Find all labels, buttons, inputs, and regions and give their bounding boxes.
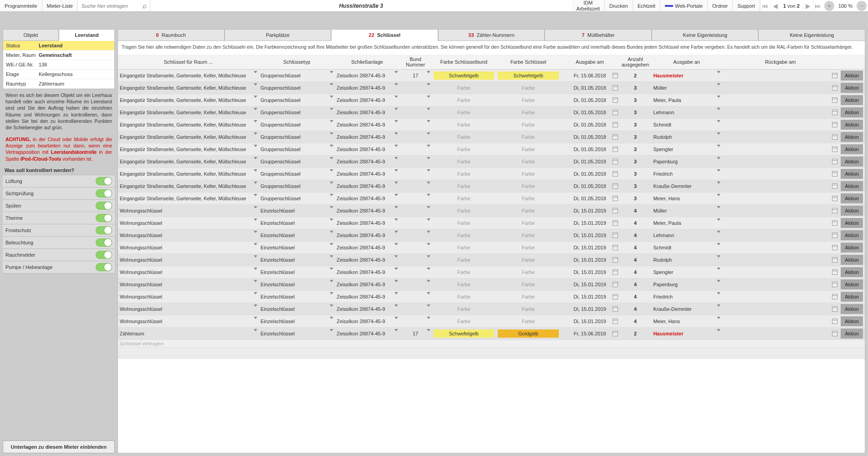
tab-raumbuch[interactable]: 0 Raumbuch [117, 29, 225, 41]
cell-farbebund[interactable]: Farbe [432, 266, 496, 279]
cell-room[interactable]: Wohnungsschlüssel [118, 303, 259, 315]
unterlagen-button[interactable]: Unterlagen zu diesem Mieter einblenden [3, 441, 115, 453]
aktion-button[interactable]: Aktion [841, 144, 863, 154]
calendar-icon[interactable] [832, 233, 837, 238]
dropdown-icon[interactable] [394, 83, 398, 86]
aktion-button[interactable]: Aktion [841, 83, 863, 93]
cell-ausgabe-am[interactable]: Di, 15.01.2019 [561, 229, 619, 242]
cell-rueckgabe[interactable] [722, 217, 839, 229]
dropdown-icon[interactable] [254, 280, 257, 282]
dropdown-icon[interactable] [330, 83, 333, 86]
cell-ausgabe-am[interactable]: Di, 01.05.2018 [561, 106, 619, 119]
cell-anlage[interactable]: ZeissIkon 28874-45-9 [335, 291, 399, 303]
tab-keine-eigenleistung[interactable]: Keine Eigenleistung [652, 29, 759, 41]
cell-farbebund[interactable]: Farbe [432, 242, 496, 254]
dropdown-icon[interactable] [254, 71, 257, 73]
cell-typ[interactable]: Einzelschlüssel [259, 217, 335, 229]
cell-rueckgabe[interactable] [722, 291, 839, 303]
cell-ausgabe-an[interactable]: Friedrich [651, 168, 721, 180]
cell-rueckgabe[interactable] [722, 315, 839, 328]
cell-ausgabe-an[interactable]: Krauße-Demmler [651, 303, 721, 315]
calendar-icon[interactable] [613, 110, 618, 115]
cell-farbeschluessel[interactable]: Farbe [496, 303, 561, 315]
dropdown-icon[interactable] [717, 83, 720, 86]
cell-farbebund[interactable]: Farbe [432, 143, 496, 156]
cell-farbebund[interactable]: Farbe [432, 119, 496, 131]
cell-anlage[interactable]: ZeissIkon 28874-45-9 [335, 328, 399, 340]
cell-room[interactable]: Wohnungsschlüssel [118, 217, 259, 229]
cell-bund[interactable] [399, 143, 432, 156]
cell-farbeschluessel[interactable]: Farbe [496, 131, 561, 143]
dropdown-icon[interactable] [330, 182, 333, 184]
dropdown-icon[interactable] [394, 255, 398, 258]
cell-anlage[interactable]: ZeissIkon 28874-45-9 [335, 82, 399, 94]
dropdown-icon[interactable] [254, 83, 257, 86]
cell-anzahl[interactable]: 2 [619, 328, 652, 340]
cell-ausgabe-an[interactable]: Spengler [651, 266, 721, 279]
cell-typ[interactable]: Einzelschlüssel [259, 242, 335, 254]
calendar-icon[interactable] [613, 171, 618, 177]
dropdown-icon[interactable] [427, 182, 430, 184]
dropdown-icon[interactable] [394, 157, 398, 159]
calendar-icon[interactable] [832, 294, 837, 299]
cell-ausgabe-an[interactable]: Lehmann [651, 229, 721, 242]
dropdown-icon[interactable] [394, 71, 398, 73]
dropdown-icon[interactable] [330, 145, 333, 147]
aktion-button[interactable]: Aktion [841, 107, 863, 117]
zoom-in-icon[interactable]: ＋ [824, 1, 834, 11]
calendar-icon[interactable] [613, 257, 618, 263]
dropdown-icon[interactable] [254, 145, 257, 147]
dropdown-icon[interactable] [254, 182, 257, 184]
cell-anlage[interactable]: ZeissIkon 28874-45-9 [335, 254, 399, 266]
dropdown-icon[interactable] [254, 329, 257, 331]
calendar-icon[interactable] [613, 331, 618, 336]
cell-anlage[interactable]: ZeissIkon 28874-45-9 [335, 266, 399, 279]
cell-anlage[interactable]: ZeissIkon 28874-45-9 [335, 279, 399, 291]
mieterliste-button[interactable]: Mieter-Liste [42, 0, 78, 11]
th-ausgabe-an[interactable]: Ausgabe an [651, 55, 721, 70]
cell-room[interactable]: Wohnungsschlüssel [118, 266, 259, 279]
cell-ausgabe-am[interactable]: Di, 15.01.2019 [561, 217, 619, 229]
dropdown-icon[interactable] [330, 108, 333, 110]
cell-farbeschluessel[interactable]: Farbe [496, 266, 561, 279]
cell-typ[interactable]: Gruppenschlüssel [259, 94, 335, 106]
aktion-button[interactable]: Aktion [841, 304, 863, 314]
cell-room[interactable]: Eingangstür Straßenseite, Gartenseite, K… [118, 70, 259, 82]
cell-ausgabe-am[interactable]: Di, 01.05.2018 [561, 131, 619, 143]
calendar-icon[interactable] [613, 73, 618, 78]
dropdown-icon[interactable] [427, 169, 430, 172]
dropdown-icon[interactable] [254, 169, 257, 172]
cell-typ[interactable]: Einzelschlüssel [259, 205, 335, 217]
toggle-switch[interactable] [96, 226, 112, 234]
calendar-icon[interactable] [832, 134, 837, 140]
cell-farbebund[interactable]: Farbe [432, 106, 496, 119]
nav-last-icon[interactable]: ⏭ [813, 0, 823, 11]
cell-rueckgabe[interactable] [722, 131, 839, 143]
cell-ausgabe-an[interactable]: Müller [651, 205, 721, 217]
webportale-button[interactable]: Web-Portale [660, 0, 708, 11]
dropdown-icon[interactable] [717, 280, 720, 282]
cell-rueckgabe[interactable] [722, 156, 839, 168]
aktion-button[interactable]: Aktion [841, 169, 863, 179]
dropdown-icon[interactable] [427, 132, 430, 135]
cell-rueckgabe[interactable] [722, 242, 839, 254]
cell-farbeschluessel[interactable]: Farbe [496, 94, 561, 106]
cell-farbeschluessel[interactable]: Farbe [496, 193, 561, 205]
dropdown-icon[interactable] [330, 218, 333, 221]
dropdown-icon[interactable] [427, 194, 430, 196]
calendar-icon[interactable] [832, 220, 837, 226]
support-button[interactable]: Support [733, 0, 760, 11]
cell-farbebund[interactable]: Farbe [432, 303, 496, 315]
cell-typ[interactable]: Gruppenschlüssel [259, 180, 335, 193]
dropdown-icon[interactable] [394, 108, 398, 110]
cell-farbebund[interactable]: Farbe [432, 205, 496, 217]
calendar-icon[interactable] [613, 245, 618, 250]
dropdown-icon[interactable] [427, 243, 430, 245]
cell-typ[interactable]: Gruppenschlüssel [259, 156, 335, 168]
dropdown-icon[interactable] [427, 218, 430, 221]
cell-bund[interactable]: 17 [399, 70, 432, 82]
dropdown-icon[interactable] [717, 194, 720, 196]
cell-ausgabe-an[interactable]: Rudolph [651, 254, 721, 266]
cell-ausgabe-an[interactable]: Schmidt [651, 119, 721, 131]
dropdown-icon[interactable] [254, 132, 257, 135]
